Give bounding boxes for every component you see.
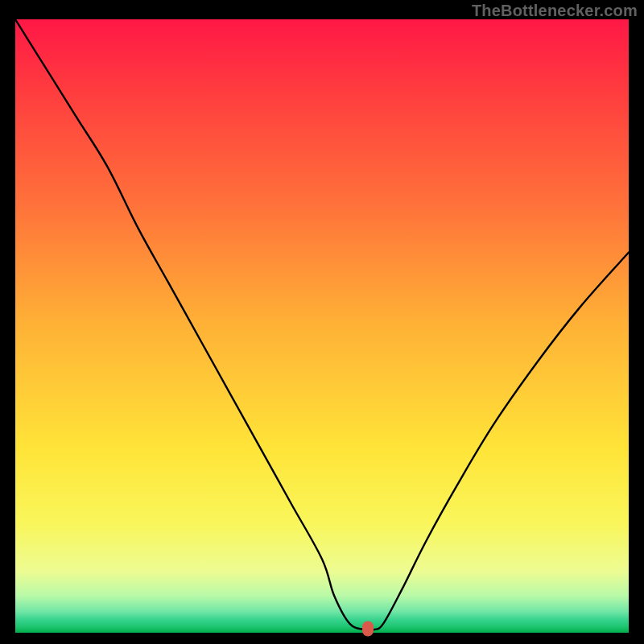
watermark: TheBottlenecker.com (472, 2, 638, 20)
optimal-point-marker (362, 621, 374, 636)
chart-container: TheBottlenecker.com (0, 0, 644, 644)
plot-gradient-background (15, 19, 629, 633)
